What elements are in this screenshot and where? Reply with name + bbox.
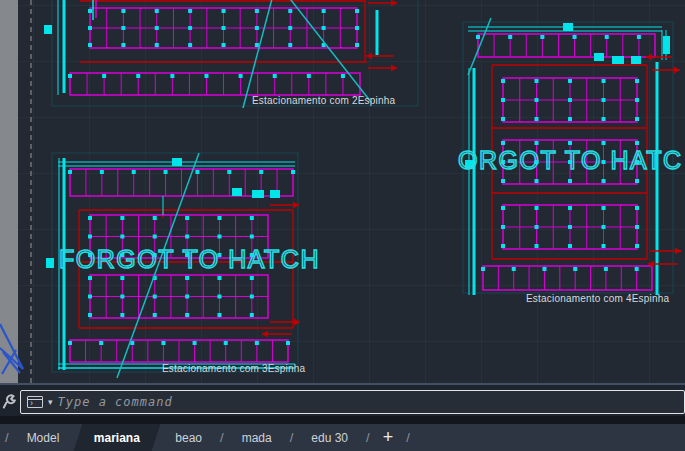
command-input-box[interactable]: ▾: [20, 390, 685, 414]
command-input[interactable]: [58, 395, 684, 409]
tab-beao[interactable]: beao: [162, 424, 215, 451]
cad-linework: [0, 0, 685, 383]
tab-mada[interactable]: mada: [229, 424, 285, 451]
tab-separator: /: [285, 430, 299, 445]
add-layout-button[interactable]: +: [375, 424, 402, 451]
tab-mariana[interactable]: mariana: [74, 424, 161, 451]
drawing-label-4espinha[interactable]: Estacionamento com 4Espinha: [526, 293, 669, 304]
tab-model[interactable]: Model: [14, 424, 73, 451]
tab-separator: /: [401, 430, 415, 445]
tab-edu-30[interactable]: edu 30: [298, 424, 361, 451]
drawing-canvas[interactable]: FORGOT TO HATCH ORGOT TO HATC Estacionam…: [0, 0, 685, 383]
drawing-label-3espinha[interactable]: Estacionamento com 3Espinha: [162, 363, 305, 374]
hatch-note-text-4espinha[interactable]: ORGOT TO HATC: [458, 146, 683, 175]
drawing-label-2espinha[interactable]: Estacionamento com 2Espinha: [252, 95, 395, 106]
wrench-icon[interactable]: [2, 394, 17, 410]
hatch-note-text-3espinha[interactable]: FORGOT TO HATCH: [59, 245, 320, 274]
autocad-window: FORGOT TO HATCH ORGOT TO HATC Estacionam…: [0, 0, 685, 451]
command-prompt-icon[interactable]: [27, 396, 43, 408]
command-line-bar: ▾: [0, 383, 685, 424]
tab-separator: /: [361, 430, 375, 445]
tab-separator: /: [215, 430, 229, 445]
command-bar-lower-strip: [0, 416, 685, 424]
chevron-down-icon[interactable]: ▾: [48, 397, 53, 407]
tab-separator: /: [0, 430, 14, 445]
layout-tab-bar: / Model mariana beao / mada / edu 30 / +…: [0, 424, 685, 451]
